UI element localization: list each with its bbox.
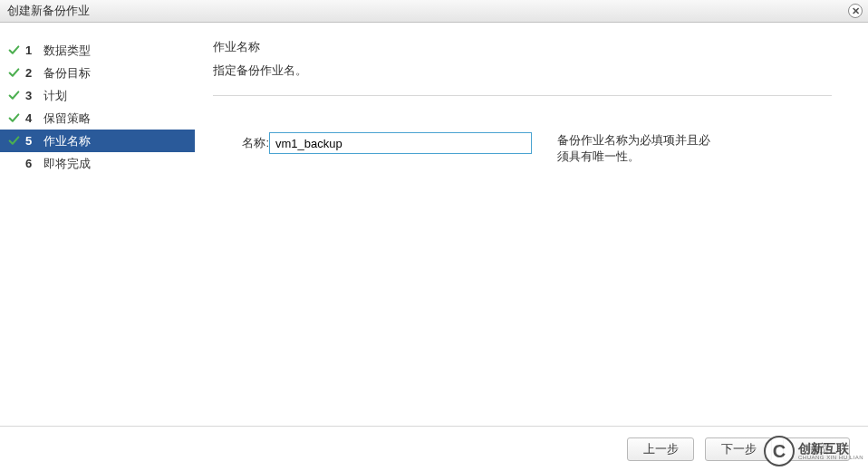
step-label: 数据类型 bbox=[43, 43, 91, 59]
dialog-title: 创建新备份作业 bbox=[7, 3, 90, 19]
form-row-name: 名称: 备份作业名称为必填项并且必须具有唯一性。 bbox=[213, 132, 832, 165]
check-icon bbox=[7, 67, 20, 80]
check-icon bbox=[7, 90, 20, 102]
name-help-text: 备份作业名称为必填项并且必须具有唯一性。 bbox=[557, 132, 716, 165]
wizard-step-schedule[interactable]: 3 计划 bbox=[0, 84, 195, 107]
titlebar: 创建新备份作业 ✕ bbox=[0, 0, 868, 23]
step-label: 作业名称 bbox=[43, 133, 91, 149]
step-label: 即将完成 bbox=[43, 156, 91, 172]
wizard-step-data-type[interactable]: 1 数据类型 bbox=[0, 39, 195, 62]
job-name-input[interactable] bbox=[269, 132, 532, 154]
step-number: 1 bbox=[25, 43, 40, 57]
wizard-step-retention[interactable]: 4 保留策略 bbox=[0, 107, 195, 130]
step-number: 2 bbox=[25, 66, 40, 80]
finish-button: 完成 bbox=[783, 437, 850, 461]
divider bbox=[213, 95, 832, 96]
step-number: 5 bbox=[25, 134, 40, 148]
wizard-sidebar: 1 数据类型 2 备份目标 3 计划 4 保留策略 bbox=[0, 23, 195, 426]
step-label: 保留策略 bbox=[43, 111, 91, 127]
step-number: 6 bbox=[25, 157, 40, 170]
wizard-step-backup-target[interactable]: 2 备份目标 bbox=[0, 62, 195, 84]
step-label: 备份目标 bbox=[43, 65, 91, 82]
content-subtitle: 指定备份作业名。 bbox=[213, 62, 832, 79]
check-icon bbox=[7, 44, 20, 57]
prev-button[interactable]: 上一步 bbox=[627, 437, 694, 461]
step-number: 3 bbox=[25, 89, 40, 102]
dialog-body: 1 数据类型 2 备份目标 3 计划 4 保留策略 bbox=[0, 23, 868, 426]
check-icon bbox=[7, 135, 20, 148]
wizard-step-summary[interactable]: 6 即将完成 bbox=[0, 152, 195, 175]
wizard-footer: 上一步 下一步 完成 bbox=[0, 426, 868, 471]
wizard-content: 作业名称 指定备份作业名。 名称: 备份作业名称为必填项并且必须具有唯一性。 bbox=[195, 23, 868, 426]
wizard-step-job-name[interactable]: 5 作业名称 bbox=[0, 130, 195, 152]
step-label: 计划 bbox=[43, 88, 67, 104]
step-number: 4 bbox=[25, 111, 40, 125]
content-title: 作业名称 bbox=[213, 39, 832, 55]
next-button[interactable]: 下一步 bbox=[705, 437, 772, 461]
name-label: 名称: bbox=[213, 132, 269, 151]
check-icon bbox=[7, 112, 20, 125]
close-icon[interactable]: ✕ bbox=[848, 4, 863, 18]
